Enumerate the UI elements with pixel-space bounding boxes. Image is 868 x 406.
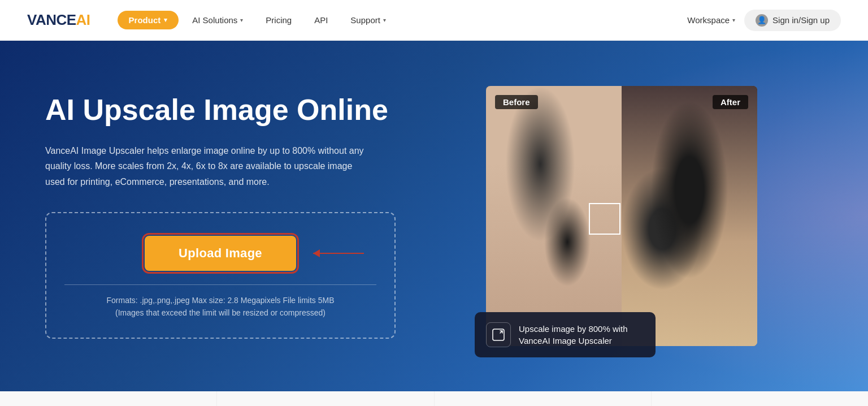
api-label: API: [314, 15, 328, 25]
upload-formats: Formats: .jpg,.png,.jpeg Max size: 2.8 M…: [106, 294, 334, 319]
svg-point-15: [664, 174, 715, 224]
navbar: VANCE AI Product ▾ AI Solutions ▾ Pricin…: [0, 0, 868, 41]
upload-image-button[interactable]: Upload Image: [145, 236, 296, 271]
product-label: Product: [129, 15, 161, 25]
api-link[interactable]: API: [305, 11, 337, 29]
svg-point-14: [653, 162, 726, 236]
nav-items: Product ▾ AI Solutions ▾ Pricing API Sup…: [118, 11, 688, 29]
bottom-card-1[interactable]: [0, 391, 217, 406]
logo-vance: VANCE: [27, 11, 76, 29]
svg-point-18: [633, 244, 701, 278]
hero-title: AI Upscale Image Online: [45, 93, 452, 127]
svg-point-16: [697, 180, 710, 196]
product-chevron-icon: ▾: [164, 16, 167, 24]
svg-rect-11: [622, 131, 757, 154]
nav-right: Workspace ▾ 👤 Sign in/Sign up: [687, 10, 841, 31]
svg-rect-9: [622, 86, 757, 346]
svg-point-13: [627, 159, 752, 239]
before-label: Before: [495, 95, 538, 109]
bottom-cards: [0, 391, 868, 406]
pricing-label: Pricing: [266, 15, 292, 25]
user-avatar-icon: 👤: [756, 14, 768, 27]
svg-point-19: [650, 267, 706, 295]
ai-solutions-label: AI Solutions: [192, 15, 237, 25]
svg-rect-10: [622, 86, 757, 142]
formats-line1: Formats: .jpg,.png,.jpeg Max size: 2.8 M…: [106, 296, 334, 305]
workspace-chevron-icon: ▾: [732, 17, 735, 23]
hero-description: VanceAI Image Upscaler helps enlarge ima…: [45, 143, 373, 189]
support-link[interactable]: Support ▾: [341, 11, 395, 29]
hero-right: Before After Upscale image by 800% with …: [486, 86, 780, 346]
ai-solutions-link[interactable]: AI Solutions ▾: [183, 11, 252, 29]
support-label: Support: [350, 15, 380, 25]
after-label: After: [713, 95, 748, 109]
upload-btn-wrapper: Upload Image: [145, 236, 296, 271]
hero-section: AI Upscale Image Online VanceAI Image Up…: [0, 41, 868, 391]
logo[interactable]: VANCE AI: [27, 11, 90, 29]
svg-point-7: [534, 231, 545, 240]
upload-divider: [64, 284, 376, 285]
expand-icon: [492, 328, 505, 342]
svg-point-6: [528, 229, 551, 243]
signin-label: Sign in/Sign up: [772, 15, 830, 25]
svg-point-2: [509, 145, 576, 185]
hero-left: AI Upscale Image Online VanceAI Image Up…: [45, 93, 452, 338]
info-card-icon: [486, 322, 511, 347]
product-button[interactable]: Product ▾: [118, 11, 179, 29]
workspace-label: Workspace: [687, 15, 730, 25]
comparison-image: Before After: [486, 86, 757, 346]
info-card: Upscale image by 800% with VanceAI Image…: [475, 312, 656, 357]
arrow-line: [313, 253, 364, 254]
svg-point-4: [531, 188, 576, 210]
after-half: [622, 86, 757, 346]
bottom-card-3[interactable]: [435, 391, 652, 406]
magnifier-box: [589, 203, 620, 235]
support-chevron-icon: ▾: [383, 17, 386, 23]
logo-ai: AI: [76, 11, 90, 29]
svg-rect-12: [622, 142, 757, 154]
bottom-card-2[interactable]: [217, 391, 434, 406]
formats-line2: (Images that exceed the limit will be re…: [115, 308, 326, 317]
svg-point-8: [537, 233, 542, 239]
ai-solutions-chevron-icon: ▾: [240, 17, 243, 23]
info-card-text: Upscale image by 800% with VanceAI Image…: [519, 323, 644, 347]
svg-point-5: [509, 210, 599, 323]
workspace-button[interactable]: Workspace ▾: [687, 15, 735, 25]
signin-button[interactable]: 👤 Sign in/Sign up: [744, 10, 841, 31]
svg-point-3: [506, 171, 557, 199]
bottom-card-4[interactable]: [652, 391, 868, 406]
arrow-indicator: [313, 253, 364, 254]
upload-box: Upload Image Formats: .jpg,.png,.jpeg Ma…: [45, 212, 396, 339]
pricing-link[interactable]: Pricing: [257, 11, 301, 29]
